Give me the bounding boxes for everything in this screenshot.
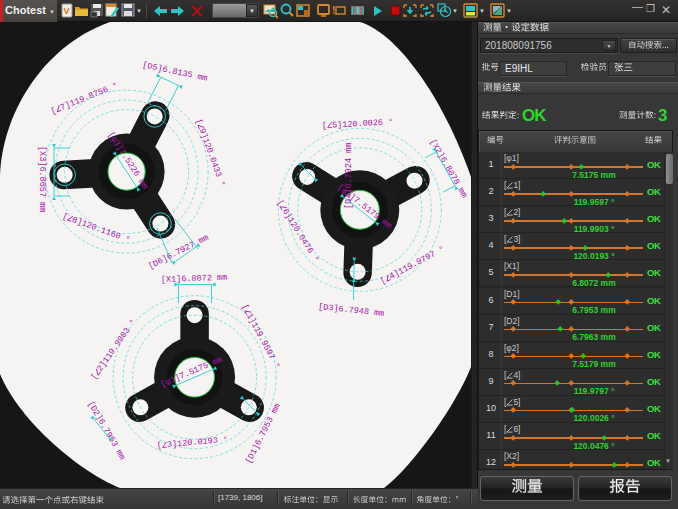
svg-text:V: V — [64, 6, 70, 16]
svg-text:!: ! — [332, 5, 335, 16]
svg-text:[X3]6.8057 mm: [X3]6.8057 mm — [37, 146, 47, 212]
